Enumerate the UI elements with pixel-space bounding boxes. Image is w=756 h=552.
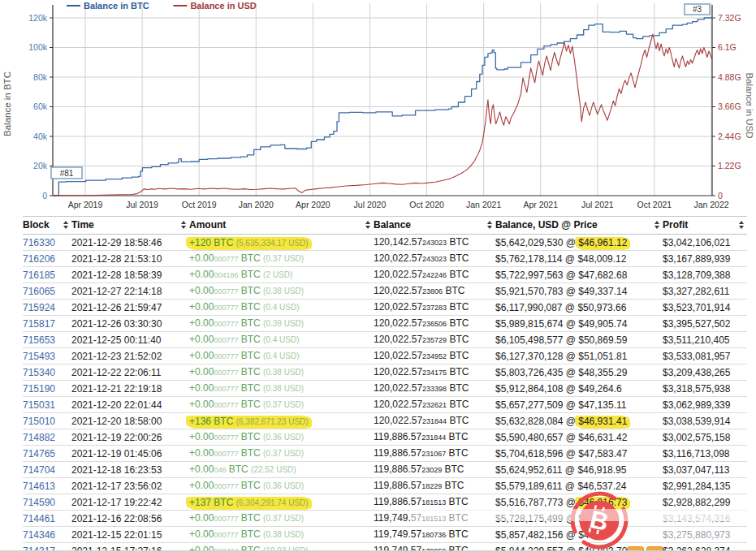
amount-unit: BTC bbox=[238, 528, 263, 540]
amount-value-small-digits: 000777 bbox=[214, 304, 238, 312]
amount-value-small-digits: 000777 bbox=[214, 369, 238, 377]
balance-cell: 120,022.57234952 BTC bbox=[374, 348, 495, 364]
column-header-balance[interactable]: Balance bbox=[374, 217, 495, 235]
price-value: $48,355.29 bbox=[578, 367, 627, 378]
amount-cell: +120 BTC (5,635,334.17 USD) bbox=[189, 235, 374, 251]
block-link[interactable]: 715031 bbox=[23, 399, 55, 411]
balance-small-digits: 243023 bbox=[422, 255, 447, 263]
column-header-label: Profit bbox=[663, 219, 688, 231]
amount-cell: +0.00000777 BTC (0.38 USD) bbox=[189, 527, 374, 543]
left-axis-tick-label: 100k bbox=[28, 42, 48, 52]
balance-small-digits: 242246 bbox=[422, 271, 447, 279]
block-link[interactable]: 715817 bbox=[23, 318, 55, 330]
amount-value: +0.00 bbox=[189, 447, 214, 459]
block-link[interactable]: 714765 bbox=[23, 448, 55, 459]
balance-small-digits: 236506 bbox=[422, 320, 447, 328]
price-value: $48,9 bbox=[578, 529, 603, 541]
sort-icon[interactable] bbox=[365, 221, 371, 231]
block-link[interactable]: 715190 bbox=[23, 383, 55, 395]
column-header-amount[interactable]: Amount bbox=[189, 217, 374, 235]
column-header-block[interactable]: Block bbox=[23, 217, 71, 235]
balance-usd-value: $5,590,480,657 @ bbox=[495, 432, 578, 443]
balance-unit: BTC bbox=[446, 431, 468, 442]
x-axis-tick-label: Jul 2019 bbox=[126, 200, 158, 209]
price-value: $47,8 bbox=[578, 513, 603, 524]
block-link[interactable]: 716330 bbox=[23, 237, 55, 248]
block-link[interactable]: 716185 bbox=[23, 270, 55, 281]
block-link[interactable]: 714590 bbox=[23, 497, 55, 508]
balance-chart[interactable]: Apr 2019Jul 2019Oct 2019Jan 2020Apr 2020… bbox=[0, 0, 756, 214]
amount-value-small-digits: 000777 bbox=[214, 531, 238, 539]
column-header-balance-usd-price[interactable]: Balance, USD @ Price bbox=[495, 217, 663, 235]
block-link[interactable]: 716065 bbox=[23, 286, 55, 297]
profit-cell: $3,167,889,939 bbox=[663, 251, 747, 267]
amount-cell: +136 BTC (6,382,671.23 USD) bbox=[189, 413, 374, 429]
profit-cell: $3,116,713,098 bbox=[663, 446, 747, 462]
column-header-time[interactable]: Time bbox=[71, 217, 189, 235]
amount-cell: +0.00048 BTC (22.52 USD) bbox=[189, 462, 374, 478]
amount-unit: BTC bbox=[238, 447, 263, 459]
amount-usd-note: (0.37 USD) bbox=[263, 254, 304, 263]
sort-icon[interactable] bbox=[63, 221, 69, 231]
amount-usd-note: (2 USD) bbox=[263, 270, 292, 279]
sort-icon[interactable] bbox=[181, 221, 187, 231]
balance-chart-svg[interactable]: Apr 2019Jul 2019Oct 2019Jan 2020Apr 2020… bbox=[0, 0, 756, 214]
time-cell: 2021-12-21 22:19:18 bbox=[71, 381, 189, 397]
amount-cell: +0.00000777 BTC (0.36 USD) bbox=[189, 478, 374, 494]
profit-cell: $3,327,282,611 bbox=[663, 283, 747, 300]
right-axis-tick-label: 0 bbox=[718, 191, 723, 201]
balance-cell: 120,022.57237283 BTC bbox=[374, 300, 495, 316]
balance-unit: BTC bbox=[447, 399, 469, 410]
time-cell: 2021-12-28 21:53:10 bbox=[71, 251, 189, 267]
balance-usd-value: $5,704,618,596 @ bbox=[495, 448, 578, 459]
x-axis-tick-label: Jan 2021 bbox=[466, 200, 501, 209]
table-header: BlockTimeAmountBalanceBalance, USD @ Pri… bbox=[23, 217, 747, 235]
price-value: $46,631.42 bbox=[578, 432, 627, 443]
balance-usd-value: $6,127,370,128 @ bbox=[495, 351, 578, 362]
sort-icon[interactable] bbox=[654, 221, 660, 231]
block-link[interactable]: 715340 bbox=[23, 367, 55, 378]
price-value: $47,583.47 bbox=[578, 448, 627, 459]
balance-usd-price-cell: $5,624,952,611 @ $46,918.95 bbox=[495, 462, 663, 478]
balance-usd-value: $5,989,815,674 @ bbox=[495, 318, 578, 330]
block-link[interactable]: 714613 bbox=[23, 481, 55, 492]
balance-value: 120,022.57 bbox=[374, 399, 422, 410]
time-cell: 2021-12-17 19:22:42 bbox=[71, 494, 189, 511]
table-row: 7154932021-12-23 21:52:02+0.00000777 BTC… bbox=[23, 348, 747, 364]
x-axis-tick-label: Jul 2020 bbox=[354, 200, 387, 209]
x-axis-tick-label: Apr 2020 bbox=[296, 200, 330, 209]
amount-usd-note: (0.4 USD) bbox=[263, 351, 299, 360]
sort-icon[interactable] bbox=[739, 221, 745, 231]
sort-icon[interactable] bbox=[487, 221, 493, 231]
profit-cell: $2,991,284,135 bbox=[663, 478, 747, 494]
block-link[interactable]: 715010 bbox=[23, 416, 55, 427]
amount-cell: +0.00000777 BTC (0.36 USD) bbox=[189, 429, 374, 446]
amount-unit: BTC bbox=[238, 480, 263, 491]
amount-usd-note: (0.38 USD) bbox=[263, 368, 304, 377]
block-link[interactable]: 714346 bbox=[23, 529, 55, 541]
balance-unit: BTC bbox=[447, 334, 469, 345]
column-header-profit[interactable]: Profit bbox=[663, 217, 747, 235]
amount-usd-note: (5,635,334.17 USD) bbox=[236, 239, 309, 248]
column-header-label: Amount bbox=[189, 219, 226, 231]
amount-value-small-digits: 000777 bbox=[214, 515, 238, 523]
balance-usd-value: $6,105,498,577 @ bbox=[495, 334, 578, 346]
block-link[interactable]: 714882 bbox=[23, 432, 55, 443]
block-link[interactable]: 716206 bbox=[23, 253, 55, 265]
block-link[interactable]: 714704 bbox=[23, 464, 55, 476]
amount-cell: +0.00000777 BTC (0.38 USD) bbox=[189, 283, 374, 300]
balance-usd-value: $5,516,787,773 @ bbox=[495, 497, 578, 508]
block-link[interactable]: 715653 bbox=[23, 334, 55, 346]
amount-value: +0.00 bbox=[189, 252, 214, 264]
right-axis-tick-label: 6.1G bbox=[718, 42, 737, 52]
balance-usd-price-cell: $5,590,480,657 @ $46,631.42 bbox=[495, 429, 663, 446]
block-link[interactable]: 714461 bbox=[23, 513, 55, 524]
block-link[interactable]: 715924 bbox=[23, 302, 55, 313]
table-row: 7160652021-12-27 22:14:18+0.00000777 BTC… bbox=[23, 283, 747, 300]
block-link[interactable]: 715493 bbox=[23, 351, 55, 362]
price-value: $50,973.66 bbox=[577, 302, 626, 313]
balance-usd-price-cell: $5,762,178,114 @ $48,009.12 bbox=[495, 251, 663, 267]
balance-unit: BTC bbox=[447, 382, 469, 394]
amount-value-small-digits: 000777 bbox=[214, 255, 238, 263]
balance-unit: BTC bbox=[442, 480, 464, 491]
